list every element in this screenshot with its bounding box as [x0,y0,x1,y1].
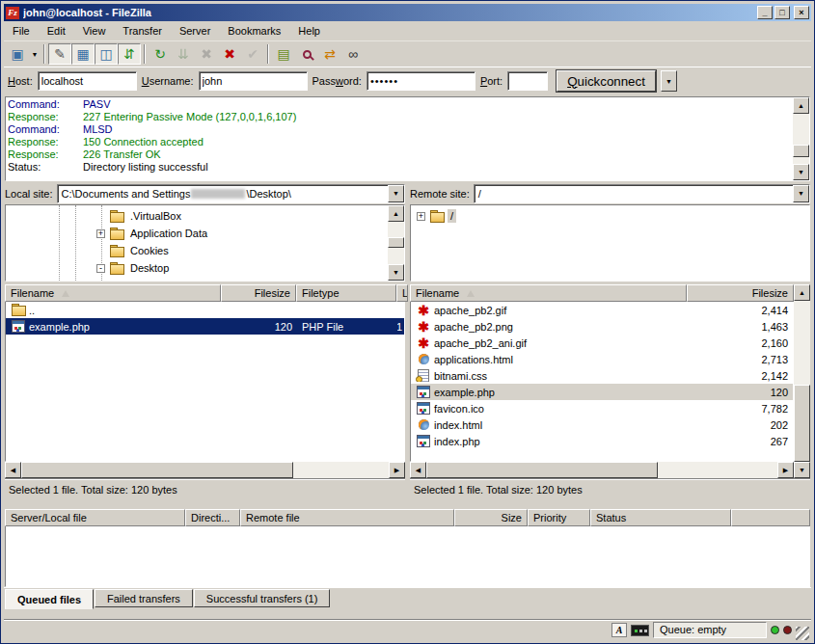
directory-comparison-button[interactable]: ▤ [272,43,295,65]
scroll-down-icon[interactable]: ▼ [388,264,404,281]
chevron-down-icon[interactable]: ▼ [793,185,809,202]
menu-help[interactable]: Help [289,23,329,39]
resize-grip[interactable] [796,627,809,640]
tree-item[interactable]: .VirtualBox [6,207,388,225]
collapse-icon[interactable]: - [96,264,105,273]
log-scrollbar[interactable]: ▲ ▼ [793,97,809,180]
expand-icon[interactable]: + [96,229,105,238]
queue-tabs: Queued filesFailed transfersSuccessful t… [4,587,811,608]
tree-item[interactable]: Cookies [6,242,388,259]
file-row[interactable]: bitnami.css2,142 [411,367,793,384]
file-row[interactable]: example.php120PHP File1 [6,318,404,335]
queue-column-size[interactable]: Size [454,509,528,526]
remote-file-list: ✱apache_pb2.gif2,414✱apache_pb2.png1,463… [410,302,794,462]
file-row[interactable]: .. [6,302,404,318]
queue-column-spacer[interactable] [731,509,810,526]
file-row[interactable]: index.html202 [411,416,793,433]
log-text: 226 Transfer OK [83,148,161,161]
log-line: Status:Directory listing successful [8,161,791,174]
quickconnect-button[interactable]: Quickconnect [557,70,656,92]
filesize-cell: 2,713 [688,354,793,365]
host-input[interactable] [38,71,137,91]
menu-view[interactable]: View [74,23,115,39]
refresh-button[interactable]: ↻ [149,43,172,65]
toggle-queue-button[interactable]: ⇵ [118,43,141,65]
scroll-up-icon[interactable]: ▲ [388,205,404,222]
site-manager-button[interactable]: ▣ [6,43,29,65]
local-hscrollbar[interactable]: ◀ ▶ [5,462,405,478]
menu-transfer[interactable]: Transfer [114,23,171,39]
sort-ascending-icon [62,290,69,297]
tab-successful-transfers-[interactable]: Successful transfers (1) [194,589,331,607]
password-input[interactable] [367,71,475,91]
queue-column-priority[interactable]: Priority [528,509,590,526]
username-input[interactable] [199,71,308,91]
disconnect-button[interactable]: ✖ [218,43,241,65]
maximize-button[interactable]: □ [774,6,790,19]
remote-vscrollbar[interactable]: ▲ ▼ [794,284,810,478]
scroll-left-icon[interactable]: ◀ [410,462,426,478]
site-manager-icon: ▣ [11,47,23,61]
filename-text: favicon.ico [434,403,484,415]
local-site-combo[interactable]: C:\Documents and Settings\Desktop\ ▼ [57,184,405,203]
queue-column-remotefile[interactable]: Remote file [240,509,454,526]
queue-column-status[interactable]: Status [590,509,731,526]
file-row[interactable]: index.php267 [411,433,793,449]
close-button[interactable]: × [794,6,809,19]
toggle-log-button[interactable]: ✎ [48,43,71,65]
synchronized-browsing-icon: ⇄ [324,47,336,61]
file-row[interactable]: applications.html2,713 [411,351,793,367]
tree-item[interactable]: -Desktop [6,259,388,277]
scroll-left-icon[interactable]: ◀ [5,462,21,478]
minimize-button[interactable]: _ [757,6,773,19]
scroll-down-icon[interactable]: ▼ [793,164,809,180]
toggle-local-tree-button[interactable]: ▦ [71,43,95,65]
menu-file[interactable]: File [4,23,39,39]
synchronized-browsing-button[interactable]: ⇄ [318,43,341,65]
file-row[interactable]: example.php120 [411,384,793,400]
queue-column-serverlocalfile[interactable]: Server/Local file [5,509,185,526]
expand-icon[interactable]: + [417,212,425,221]
column-header-filename[interactable]: Filename [5,284,221,302]
menu-bookmarks[interactable]: Bookmarks [219,23,289,39]
scroll-down-icon[interactable]: ▼ [794,462,810,478]
folder-icon [109,262,124,275]
column-header-filetype[interactable]: Filetype [296,284,396,302]
scroll-up-icon[interactable]: ▲ [793,97,809,114]
scroll-right-icon[interactable]: ▶ [777,462,794,478]
scroll-up-icon[interactable]: ▲ [794,284,810,301]
port-input[interactable] [507,71,548,91]
tab-failed-transfers[interactable]: Failed transfers [95,589,193,607]
scroll-right-icon[interactable]: ▶ [389,462,405,478]
site-manager-dropdown[interactable]: ▼ [29,43,41,65]
remote-status: Selected 1 file. Total size: 120 bytes [410,478,810,500]
titlebar[interactable]: Fz john@localhost - FileZilla _ □ × [4,4,811,21]
find-files-button[interactable] [295,43,318,65]
chevron-down-icon[interactable]: ▼ [388,185,404,202]
local-tree-scrollbar[interactable]: ▲ ▼ [388,205,404,281]
file-row[interactable]: ✱apache_pb2_ani.gif2,160 [411,335,793,351]
tree-item[interactable]: +/ [415,207,809,225]
filename-text: applications.html [434,354,513,365]
file-row[interactable]: ✱apache_pb2.gif2,414 [411,302,793,318]
filename-cell: bitnami.css [411,369,688,382]
remote-hscrollbar[interactable]: ◀ ▶ [410,462,794,478]
menu-server[interactable]: Server [171,23,219,39]
file-row[interactable]: ✱apache_pb2.png1,463 [411,318,793,335]
html-file-icon [416,418,431,431]
toggle-remote-tree-button[interactable]: ◫ [95,43,118,65]
column-header-filename[interactable]: Filename [410,284,687,302]
file-row[interactable]: favicon.ico7,782 [411,400,793,416]
log-text: 227 Entering Passive Mode (127,0,0,1,6,1… [83,111,296,123]
quickconnect-dropdown[interactable]: ▼ [661,70,677,92]
column-header-filesize[interactable]: Filesize [687,284,794,302]
column-header-filesize[interactable]: Filesize [221,284,296,302]
queue-column-directi[interactable]: Directi... [185,509,240,526]
tab-queued-files[interactable]: Queued files [5,589,94,609]
remote-site-combo[interactable]: / ▼ [474,184,810,203]
menu-edit[interactable]: Edit [39,23,74,39]
filter-button[interactable]: ∞ [341,43,365,65]
modified-cell: 1 [397,321,405,333]
folder-icon [429,210,445,223]
tree-item[interactable]: +Application Data [6,225,388,242]
